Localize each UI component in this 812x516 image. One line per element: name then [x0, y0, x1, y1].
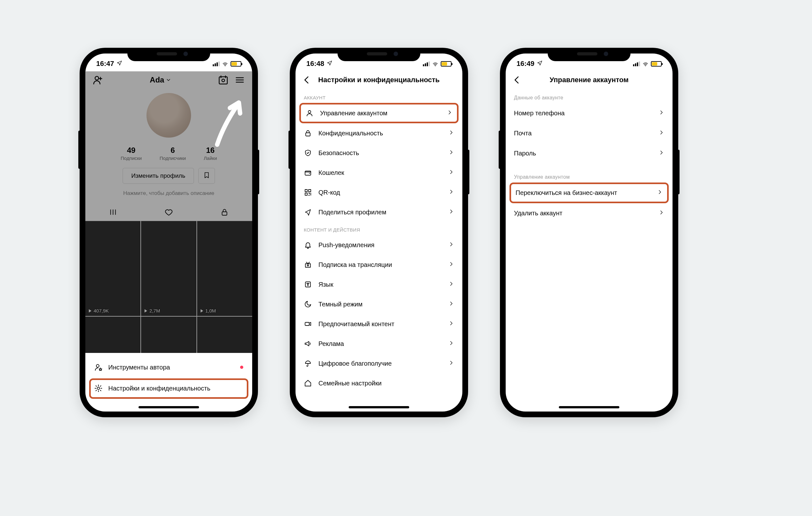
language-row[interactable]: Язык — [295, 275, 462, 294]
chevron-right-icon — [448, 241, 454, 249]
row-label: Конфиденциальность — [318, 130, 383, 137]
darkmode-row[interactable]: Темный режим — [295, 294, 462, 314]
chevron-right-icon — [448, 360, 454, 367]
signal-icon — [633, 61, 640, 66]
chevron-right-icon — [448, 169, 454, 176]
qr-icon — [304, 188, 312, 197]
svg-rect-13 — [305, 193, 307, 195]
battery-icon — [441, 61, 452, 66]
svg-rect-16 — [305, 322, 309, 325]
back-button[interactable] — [301, 75, 312, 85]
status-time: 16:49 — [517, 60, 534, 68]
wellbeing-row[interactable]: Цифровое благополучие — [295, 353, 462, 373]
home-indicator[interactable] — [349, 406, 409, 408]
chevron-right-icon — [659, 150, 664, 157]
share-icon — [304, 208, 312, 216]
back-button[interactable] — [512, 75, 522, 85]
section-header-content: КОНТЕНТ И ДЕЙСТВИЯ — [295, 222, 462, 235]
home-indicator[interactable] — [559, 406, 619, 408]
megaphone-icon — [304, 340, 312, 348]
qr-row[interactable]: QR-код — [295, 182, 462, 202]
svg-point-14 — [307, 265, 309, 266]
page-title: Настройки и конфиденциальность — [295, 76, 462, 84]
delete-account-row[interactable]: Удалить аккаунт — [506, 203, 672, 223]
switch-business-row[interactable]: Переключиться на бизнес-аккаунт — [511, 184, 667, 202]
battery-icon — [651, 61, 662, 66]
lock-icon — [304, 129, 312, 137]
chevron-right-icon — [659, 110, 664, 117]
row-label: Push-уведомления — [318, 241, 375, 249]
phone-number-row[interactable]: Номер телефона — [506, 103, 672, 123]
highlight-box: Управление аккаунтом — [299, 103, 459, 123]
person-star-icon — [94, 363, 103, 371]
row-label: Переключиться на бизнес-аккаунт — [516, 189, 617, 197]
row-label: QR-код — [318, 189, 340, 196]
gear-icon — [94, 384, 103, 393]
chevron-right-icon — [657, 189, 663, 197]
row-label: Почта — [514, 130, 532, 137]
notification-dot-icon — [240, 366, 243, 369]
row-label: Безопасность — [318, 149, 359, 157]
home-indicator[interactable] — [139, 406, 199, 408]
wifi-icon — [432, 61, 439, 66]
section-header-mgmt: Управление аккаунтом — [506, 169, 672, 182]
svg-point-0 — [225, 66, 226, 66]
location-icon — [117, 60, 122, 68]
svg-rect-11 — [305, 190, 307, 192]
wallet-row[interactable]: Кошелек — [295, 163, 462, 182]
section-header-info: Данные об аккаунте — [506, 90, 672, 103]
svg-point-5 — [96, 364, 99, 367]
privacy-row[interactable]: Конфиденциальность — [295, 123, 462, 143]
language-icon — [304, 280, 312, 289]
chevron-right-icon — [448, 209, 454, 216]
phone-profile: 16:47 Ada — [80, 48, 258, 417]
creator-tools-label: Инструменты автора — [108, 364, 170, 371]
svg-rect-9 — [306, 133, 310, 136]
battery-icon — [231, 61, 241, 66]
row-label: Реклама — [318, 340, 344, 347]
chevron-right-icon — [659, 209, 664, 217]
chevron-right-icon — [448, 281, 454, 288]
row-label: Цифровое благополучие — [318, 360, 392, 367]
chevron-right-icon — [447, 110, 453, 117]
bottom-sheet: Инструменты автора Настройки и конфиденц… — [85, 353, 252, 411]
row-label: Подписка на трансляции — [318, 261, 392, 268]
manage-account-row[interactable]: Управление аккаунтом — [301, 105, 457, 122]
chevron-right-icon — [448, 320, 454, 328]
settings-label: Настройки и конфиденциальность — [108, 385, 210, 392]
location-icon — [327, 60, 332, 68]
moon-icon — [304, 300, 312, 308]
share-row[interactable]: Поделиться профилем — [295, 202, 462, 222]
person-icon — [306, 109, 314, 117]
phone-manage-account: 16:49 Управление аккаунтом Данные об акк… — [500, 48, 678, 417]
ads-row[interactable]: Реклама — [295, 334, 462, 353]
status-time: 16:48 — [306, 60, 324, 68]
content-pref-row[interactable]: Предпочитаемый контент — [295, 314, 462, 334]
phone-settings: 16:48 Настройки и конфиденциальность АКК… — [290, 48, 468, 417]
push-row[interactable]: Push-уведомления — [295, 235, 462, 255]
status-time: 16:47 — [96, 60, 114, 68]
row-label: Язык — [318, 281, 334, 288]
settings-privacy-row[interactable]: Настройки и конфиденциальность — [85, 378, 252, 399]
signal-icon — [423, 61, 430, 66]
highlight-box: Переключиться на бизнес-аккаунт — [510, 182, 669, 203]
svg-point-7 — [435, 66, 436, 66]
row-label: Управление аккаунтом — [320, 110, 387, 117]
security-row[interactable]: Безопасность — [295, 143, 462, 163]
row-label: Кошелек — [318, 169, 344, 176]
password-row[interactable]: Пароль — [506, 143, 672, 163]
chevron-right-icon — [448, 189, 454, 196]
svg-point-17 — [645, 66, 646, 66]
shield-icon — [304, 149, 312, 157]
row-label: Удалить аккаунт — [514, 209, 562, 217]
wifi-icon — [222, 61, 229, 66]
chevron-right-icon — [448, 301, 454, 308]
family-row[interactable]: Семейные настройки — [295, 373, 462, 393]
live-sub-row[interactable]: Подписка на трансляции — [295, 255, 462, 275]
chevron-right-icon — [448, 261, 454, 268]
row-label: Номер телефона — [514, 110, 564, 117]
row-label: Темный режим — [318, 301, 362, 308]
email-row[interactable]: Почта — [506, 123, 672, 143]
creator-tools-row[interactable]: Инструменты автора — [85, 357, 252, 378]
chevron-right-icon — [448, 130, 454, 137]
